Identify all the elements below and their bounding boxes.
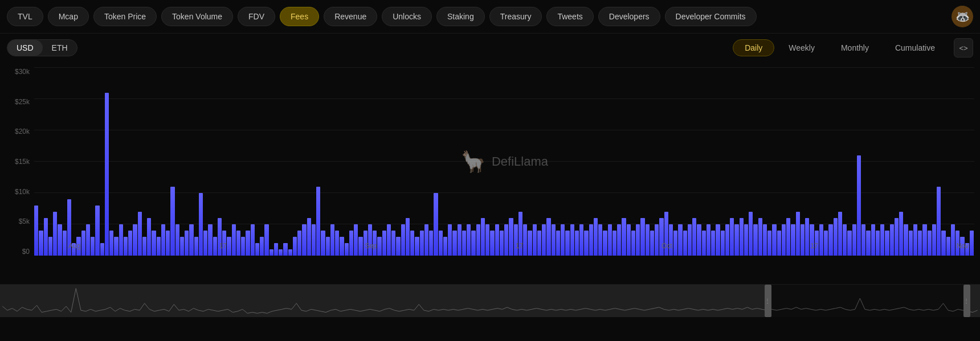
chart-bar [48, 237, 52, 256]
chart-bar [514, 224, 518, 256]
chart-bar [730, 218, 734, 256]
nav-btn-token-price[interactable]: Token Price [93, 7, 157, 26]
chart-bar [744, 224, 748, 256]
y-axis: $0$5k$10k$15k$20k$25k$30k [0, 68, 34, 256]
chart-bar [570, 224, 574, 256]
nav-btn-token-volume[interactable]: Token Volume [161, 7, 233, 26]
y-label: $10k [5, 188, 30, 196]
nav-btn-fdv[interactable]: FDV [238, 7, 275, 26]
chart-bar [782, 224, 786, 256]
chart-bar [655, 224, 659, 256]
chart-bar [622, 218, 626, 256]
chart-bar [646, 224, 650, 256]
chart-bar [678, 224, 682, 256]
top-navigation: TVLMcapToken PriceToken VolumeFDVFeesRev… [0, 0, 980, 34]
chart-bar [922, 224, 926, 256]
x-label: 17 [810, 242, 818, 250]
nav-btn-developers[interactable]: Developers [598, 7, 660, 26]
mini-chart: ⋮ ⋮ [0, 284, 980, 317]
chart-bar [251, 224, 255, 256]
x-label: Sep [365, 242, 377, 250]
chart-bar [458, 224, 462, 256]
chart-bar [852, 224, 856, 256]
nav-btn-tvl[interactable]: TVL [7, 7, 43, 26]
chart-bar [330, 224, 334, 256]
chart-bar [932, 224, 936, 256]
chart-bar [86, 224, 90, 256]
chart-bar [133, 224, 137, 256]
nav-btn-unlocks[interactable]: Unlocks [382, 7, 432, 26]
mini-handle-right[interactable]: ⋮ [963, 285, 970, 317]
embed-button[interactable]: <> [954, 38, 973, 57]
chart-bar [608, 224, 612, 256]
y-label: $5k [5, 217, 30, 225]
y-label: $0 [5, 248, 30, 256]
nav-buttons: TVLMcapToken PriceToken VolumeFDVFeesRev… [7, 7, 757, 26]
x-label: Aug [68, 242, 80, 250]
chart-bar [895, 218, 899, 256]
user-avatar[interactable]: 🦝 [952, 6, 973, 27]
nav-btn-tweets[interactable]: Tweets [546, 7, 593, 26]
chart-bar [270, 249, 273, 256]
time-btn-monthly[interactable]: Monthly [829, 39, 881, 56]
nav-btn-developer-commits[interactable]: Developer Commits [665, 7, 757, 26]
time-btn-daily[interactable]: Daily [733, 39, 774, 56]
time-buttons: DailyWeeklyMonthlyCumulative [733, 39, 947, 56]
nav-btn-fees[interactable]: Fees [280, 7, 319, 26]
chart-bar [786, 218, 790, 256]
chart-bar [617, 224, 621, 256]
chart-bar [161, 224, 165, 256]
chart-bar [579, 224, 583, 256]
x-label: 17 [516, 242, 523, 250]
time-btn-cumulative[interactable]: Cumulative [883, 39, 947, 56]
chart-bar [406, 218, 410, 256]
chart-bar [387, 224, 391, 256]
chart-bar [763, 224, 767, 256]
chart-bar [834, 218, 838, 256]
controls-bar: USD ETH DailyWeeklyMonthlyCumulative <> [0, 34, 980, 62]
chart-bar [476, 224, 480, 256]
chart-bar [880, 224, 884, 256]
mini-slider-right [970, 285, 980, 317]
time-btn-weekly[interactable]: Weekly [777, 39, 827, 56]
chart-bar [424, 224, 428, 256]
chart-bar [594, 218, 598, 256]
chart-bar [707, 224, 710, 256]
chart-bar [857, 155, 861, 256]
chart-bar [636, 224, 640, 256]
chart-bar [312, 224, 316, 256]
chart-bar [819, 224, 823, 256]
chart-bar [302, 224, 306, 256]
currency-eth[interactable]: ETH [43, 40, 77, 56]
chart-bar [640, 218, 644, 256]
currency-usd[interactable]: USD [7, 40, 43, 56]
chart-bar [697, 224, 701, 256]
nav-btn-revenue[interactable]: Revenue [324, 7, 377, 26]
chart-bar [485, 224, 489, 256]
chart-bar [218, 218, 222, 256]
nav-btn-treasury[interactable]: Treasury [489, 7, 542, 26]
mini-handle-left[interactable]: ⋮ [765, 285, 771, 317]
chart-bar [504, 224, 508, 256]
chart-bar [791, 224, 795, 256]
chart-inner: 🦙 DefiLlama Aug17Sep17Oct17Nov [34, 68, 974, 256]
chart-bar [39, 231, 43, 256]
chart-bar [189, 224, 193, 256]
chart-bar [232, 224, 236, 256]
chart-bar [53, 212, 57, 256]
chart-bar [627, 224, 631, 256]
nav-btn-staking[interactable]: Staking [436, 7, 485, 26]
chart-bar [758, 218, 762, 256]
chart-bar [175, 224, 179, 256]
chart-bar [509, 218, 513, 256]
chart-bar [740, 218, 744, 256]
y-label: $20k [5, 128, 30, 135]
chart-bar [208, 224, 212, 256]
chart-bar [716, 224, 720, 256]
chart-bar [467, 224, 471, 256]
nav-btn-mcap[interactable]: Mcap [48, 7, 89, 26]
chart-bar [448, 224, 452, 256]
handle-dots-right: ⋮ [963, 298, 970, 304]
chart-bar [669, 224, 673, 256]
chart-bar [904, 224, 908, 256]
